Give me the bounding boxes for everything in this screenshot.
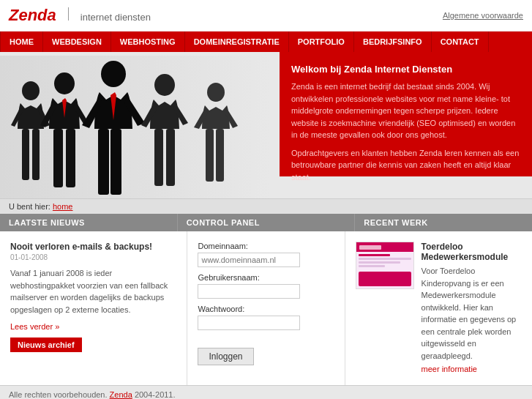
svg-rect-2 <box>22 129 29 180</box>
werk-thumb-line-1 <box>359 254 390 256</box>
nieuws-section-title: LAATSTE NIEUWS <box>0 214 178 231</box>
nieuws-article-title: Nooit verloren e-mails & backups! <box>10 242 176 252</box>
svg-rect-14 <box>206 129 214 182</box>
werk-thumb-line-4 <box>359 265 385 267</box>
svg-point-13 <box>207 83 225 102</box>
hero-box-text2: Opdrachtgevers en klanten hebben Zenda l… <box>291 147 520 184</box>
nav-home[interactable]: HOME <box>0 31 43 52</box>
svg-point-1 <box>22 81 40 100</box>
sections-header: LAATSTE NIEUWS CONTROL PANEL RECENT WERK <box>0 214 532 231</box>
werk-thumb-line-3 <box>359 261 401 264</box>
password-input[interactable] <box>198 316 300 330</box>
werk-thumb-line-2 <box>359 258 411 260</box>
nav-bedrijfsinfo[interactable]: BEDRIJFSINFO <box>354 31 432 52</box>
breadcrumb: U bent hier: home <box>0 198 532 214</box>
username-input[interactable] <box>198 284 300 299</box>
hero-silhouettes <box>0 56 271 198</box>
login-button[interactable]: Inloggen <box>198 348 253 365</box>
werk-item: Toerdeloo Medewerkersmodule Voor Toerdel… <box>356 242 522 373</box>
svg-rect-15 <box>216 129 224 182</box>
domain-label: Domeinnaam: <box>198 242 334 250</box>
nav-webhosting[interactable]: WEBHOSTING <box>111 31 185 52</box>
svg-point-10 <box>154 74 175 96</box>
werk-info: Toerdeloo Medewerkersmodule Voor Toerdel… <box>422 242 522 373</box>
nav-domeinregistratie[interactable]: DOMEINREGISTRATIE <box>185 31 289 52</box>
nav-portfolio[interactable]: PORTFOLIO <box>289 31 354 52</box>
recent-werk-panel: Toerdeloo Medewerkersmodule Voor Toerdel… <box>345 231 532 385</box>
username-label: Gebruikersnaam: <box>198 273 334 282</box>
footer-text: Alle rechten voorbehouden. <box>9 390 108 399</box>
werk-thumb-body <box>356 252 413 288</box>
svg-rect-6 <box>66 129 75 187</box>
werk-thumb-block <box>359 272 411 286</box>
nieuws-panel: Nooit verloren e-mails & backups! 01-01-… <box>0 231 187 385</box>
footer-year: 2004-2011. <box>135 390 176 399</box>
logo-divider <box>68 7 69 20</box>
werk-more-link[interactable]: meer informatie <box>422 365 522 373</box>
svg-rect-12 <box>166 129 175 186</box>
werk-thumb-header <box>356 242 413 252</box>
main-content: Nooit verloren e-mails & backups! 01-01-… <box>0 231 532 385</box>
svg-rect-11 <box>154 129 163 186</box>
breadcrumb-home-link[interactable]: home <box>53 202 73 211</box>
control-panel: Domeinnaam: Gebruikersnaam: Wachtwoord: … <box>187 231 345 385</box>
svg-rect-5 <box>53 129 63 187</box>
logo: Zenda internet diensten <box>9 6 151 25</box>
password-label: Wachtwoord: <box>198 305 334 313</box>
nieuws-read-more-link[interactable]: Lees verder » <box>10 322 59 331</box>
control-section-title: CONTROL PANEL <box>178 214 356 231</box>
logo-subtitle: internet diensten <box>80 12 151 23</box>
hero-box-text1: Zenda is een internet bedrijf dat bestaa… <box>291 81 520 141</box>
hero-section: Welkom bij Zenda Internet Diensten Zenda… <box>0 52 532 198</box>
header: Zenda internet diensten Algemene voorwaa… <box>0 0 532 31</box>
top-link[interactable]: Algemene voorwaarde <box>443 11 523 20</box>
nieuws-body: Vanaf 1 januari 2008 is ieder webhosting… <box>10 267 176 316</box>
footer: Alle rechten voorbehouden. Zenda 2004-20… <box>0 385 532 399</box>
svg-point-7 <box>101 61 126 87</box>
footer-brand-link[interactable]: Zenda <box>110 390 132 399</box>
svg-point-4 <box>54 72 75 94</box>
nieuws-archive-button[interactable]: Nieuws archief <box>10 338 82 352</box>
svg-rect-3 <box>32 129 40 180</box>
werk-item-text: Voor Toerdeloo Kinderopvang is er een Me… <box>422 265 522 362</box>
hero-box-title: Welkom bij Zenda Internet Diensten <box>291 64 520 75</box>
svg-rect-8 <box>98 129 109 195</box>
nav-webdesign[interactable]: WEBDESIGN <box>43 31 111 52</box>
hero-info-box: Welkom bij Zenda Internet Diensten Zenda… <box>280 52 532 176</box>
nav-contact[interactable]: CONTACT <box>432 31 489 52</box>
nieuws-date: 01-01-2008 <box>10 253 176 261</box>
breadcrumb-label: U bent hier: <box>9 202 50 211</box>
domain-input[interactable] <box>198 253 300 267</box>
navbar: HOME WEBDESIGN WEBHOSTING DOMEINREGISTRA… <box>0 31 532 52</box>
werk-thumbnail <box>356 242 414 289</box>
werk-section-title: RECENT WERK <box>355 214 532 231</box>
svg-rect-9 <box>110 129 121 195</box>
werk-item-title: Toerdeloo Medewerkersmodule <box>422 242 522 262</box>
logo-zenda: Zenda <box>9 6 56 25</box>
